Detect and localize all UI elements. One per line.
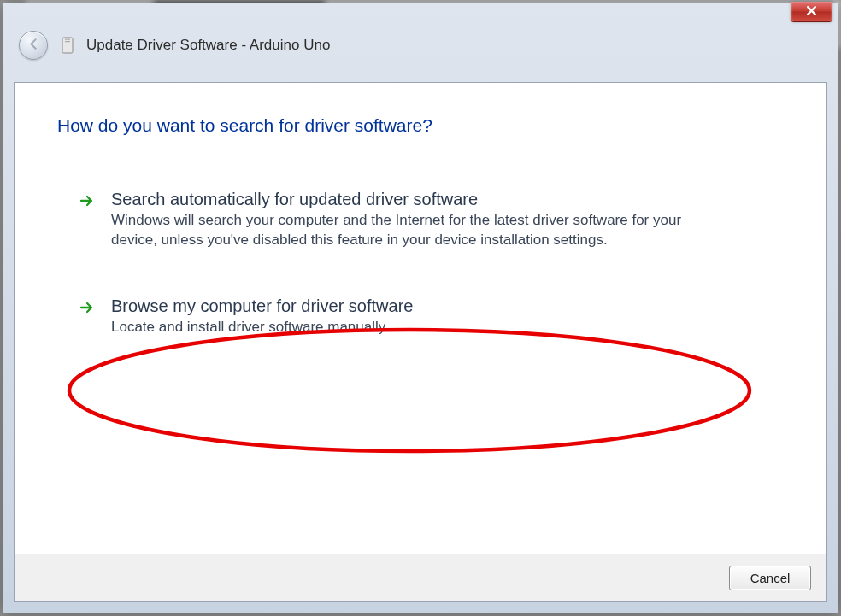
option-title: Browse my computer for driver software bbox=[111, 295, 761, 318]
option-description: Locate and install driver software manua… bbox=[111, 318, 692, 337]
content-frame: How do you want to search for driver sof… bbox=[14, 82, 827, 602]
dialog-footer: Cancel bbox=[15, 554, 826, 601]
arrow-right-icon bbox=[79, 295, 97, 337]
page-heading: How do you want to search for driver sof… bbox=[57, 115, 784, 136]
close-icon bbox=[806, 4, 817, 20]
window-title: Update Driver Software - Arduino Uno bbox=[86, 37, 330, 54]
dialog-window: Update Driver Software - Arduino Uno How… bbox=[3, 3, 838, 613]
svg-rect-2 bbox=[65, 41, 70, 42]
content: How do you want to search for driver sof… bbox=[15, 83, 826, 547]
option-text: Search automatically for updated driver … bbox=[111, 188, 761, 250]
back-arrow-icon bbox=[26, 37, 41, 55]
arrow-right-icon bbox=[79, 188, 97, 250]
titlebar bbox=[3, 3, 838, 29]
option-search-automatically[interactable]: Search automatically for updated driver … bbox=[73, 180, 767, 265]
device-icon bbox=[60, 35, 74, 56]
cancel-button[interactable]: Cancel bbox=[729, 566, 811, 590]
option-title: Search automatically for updated driver … bbox=[111, 188, 761, 211]
option-browse-computer[interactable]: Browse my computer for driver software L… bbox=[73, 287, 767, 352]
close-button[interactable] bbox=[791, 2, 832, 22]
back-button[interactable] bbox=[19, 31, 48, 60]
option-description: Windows will search your computer and th… bbox=[111, 211, 692, 250]
option-text: Browse my computer for driver software L… bbox=[111, 295, 761, 337]
nav-row: Update Driver Software - Arduino Uno bbox=[3, 29, 838, 62]
svg-rect-0 bbox=[62, 38, 73, 53]
svg-rect-1 bbox=[65, 39, 70, 40]
